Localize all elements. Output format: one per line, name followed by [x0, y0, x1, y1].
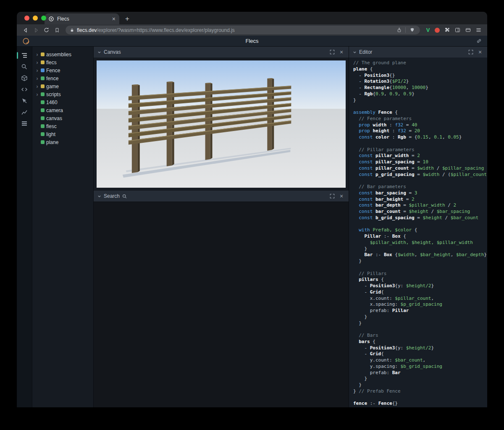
- editor-panel-title: Editor: [359, 49, 372, 55]
- code-line: const bar_depth = $pillar_width / 2: [353, 202, 487, 209]
- tree-item-flesc[interactable]: flesc: [32, 122, 93, 130]
- collapse-chevron-icon[interactable]: [97, 194, 101, 198]
- search-magnifier-icon: [122, 194, 127, 199]
- tree-item-light[interactable]: light: [32, 130, 93, 138]
- code-line: }: [353, 320, 487, 327]
- code-line: y.spacing: $b_grid_spacing: [353, 364, 487, 370]
- tree-item-canvas[interactable]: canvas: [32, 114, 93, 122]
- close-panel-icon[interactable]: ×: [477, 49, 483, 55]
- sidebar-toggle-icon[interactable]: [453, 25, 462, 35]
- expand-arrow-icon[interactable]: ›: [35, 92, 39, 97]
- code-line: [353, 103, 487, 110]
- code-line: const p_grid_spacing = $width / ($pillar…: [353, 172, 487, 178]
- tab-close-icon[interactable]: ×: [112, 16, 116, 22]
- code-editor[interactable]: // The ground planeplane { - Position3{}…: [349, 58, 487, 407]
- collapse-chevron-icon[interactable]: [97, 50, 101, 54]
- entities-tree-icon[interactable]: [21, 52, 28, 59]
- reload-button[interactable]: [42, 25, 51, 35]
- tab-title: Flecs: [57, 16, 109, 22]
- code-line: }: [353, 246, 487, 252]
- inspect-cursor-icon[interactable]: [21, 97, 28, 104]
- code-line: x.count: $pillar_count,: [353, 296, 487, 302]
- code-line: fence :- Fence{}: [353, 401, 487, 407]
- entity-label: camera: [46, 108, 63, 113]
- zoom-window-button[interactable]: [41, 16, 46, 21]
- entity-label: scripts: [46, 92, 61, 97]
- tree-item-scripts[interactable]: ›scripts: [32, 90, 93, 98]
- expand-arrow-icon[interactable]: ›: [35, 60, 39, 65]
- minimize-window-button[interactable]: [33, 16, 38, 21]
- chart-icon[interactable]: [21, 109, 28, 115]
- code-line: // Fence parameters: [353, 116, 487, 122]
- search-results-area[interactable]: [94, 202, 349, 407]
- vpn-extension-icon[interactable]: V: [424, 25, 432, 35]
- collapse-chevron-icon[interactable]: [353, 50, 357, 54]
- entity-color-square: [41, 84, 45, 88]
- new-tab-button[interactable]: +: [122, 13, 133, 24]
- extensions-puzzle-icon[interactable]: [442, 25, 452, 35]
- brave-shield-icon[interactable]: [408, 25, 416, 35]
- expand-arrow-icon[interactable]: ›: [35, 52, 39, 57]
- rows-icon[interactable]: [21, 120, 28, 127]
- code-line: // The ground plane: [353, 60, 487, 66]
- entity-label: assemblies: [46, 52, 71, 58]
- code-line: [353, 221, 487, 228]
- url-domain: flecs.dev: [77, 27, 97, 33]
- tree-item-game[interactable]: ›game: [32, 82, 93, 90]
- editor-panel: Editor × // The ground planeplane { - Po…: [349, 47, 487, 407]
- code-line: bars {: [353, 339, 487, 345]
- code-icon[interactable]: [21, 86, 28, 93]
- code-line: - Position3{y: $height/2}: [353, 283, 487, 289]
- search-panel-title: Search: [104, 193, 120, 199]
- browser-tab[interactable]: Flecs ×: [45, 13, 119, 24]
- back-button[interactable]: [21, 25, 30, 35]
- entity-color-square: [41, 92, 45, 96]
- tree-item-flecs[interactable]: ›flecs: [32, 58, 93, 66]
- code-line: $pillar_width, $height, $pillar_width: [353, 240, 487, 246]
- url-bar[interactable]: flecs.dev/explorer/?wasm=https://www.fle…: [66, 26, 420, 34]
- tree-item-plane[interactable]: plane: [32, 138, 93, 146]
- expand-panel-icon[interactable]: [467, 49, 474, 55]
- tree-item-assemblies[interactable]: ›assemblies: [32, 50, 93, 58]
- code-line: prefab: Bar: [353, 370, 487, 376]
- tree-item-Fence[interactable]: ›Fence: [32, 66, 93, 74]
- close-panel-icon[interactable]: ×: [338, 49, 345, 55]
- entity-color-square: [41, 132, 45, 136]
- code-line: }: [353, 97, 487, 104]
- search-panel-header: Search ×: [94, 191, 349, 202]
- tree-item-1460[interactable]: 1460: [32, 98, 93, 106]
- red-extension-icon[interactable]: [435, 28, 440, 33]
- code-line: Bar :- Box {$width, $bar_height, $bar_de…: [353, 252, 487, 258]
- nav-icon-bar: [17, 47, 32, 407]
- share-link-icon[interactable]: [476, 38, 482, 46]
- expand-arrow-icon[interactable]: ›: [35, 68, 39, 73]
- share-icon[interactable]: [395, 25, 403, 35]
- forward-button[interactable]: [31, 25, 41, 35]
- wallet-icon[interactable]: [463, 25, 473, 35]
- cube-icon[interactable]: [21, 75, 28, 81]
- code-line: plane {: [353, 66, 487, 73]
- code-line: prop height : f32 = 20: [353, 128, 487, 134]
- code-line: Pillar :- Box {: [353, 233, 487, 240]
- entity-label: flecs: [46, 60, 57, 66]
- tree-item-fence[interactable]: ›fence: [32, 74, 93, 82]
- entity-label: flesc: [46, 123, 57, 129]
- expand-arrow-icon[interactable]: ›: [35, 76, 39, 81]
- code-line: [353, 141, 487, 147]
- bookmark-icon[interactable]: [52, 25, 62, 35]
- close-panel-icon[interactable]: ×: [338, 193, 345, 199]
- code-line: [353, 178, 487, 184]
- app-header: Flecs: [17, 36, 487, 47]
- expand-arrow-icon[interactable]: ›: [35, 84, 39, 89]
- expand-panel-icon[interactable]: [329, 49, 336, 55]
- menu-icon[interactable]: [474, 25, 483, 35]
- expand-panel-icon[interactable]: [329, 193, 336, 199]
- code-line: - Rgb{0.9, 0.9, 0.9}: [353, 91, 487, 97]
- code-line: x.spacing: $p_grid_spacing: [353, 302, 487, 308]
- tree-item-camera[interactable]: camera: [32, 106, 93, 114]
- 3d-viewport[interactable]: [97, 60, 346, 188]
- close-window-button[interactable]: [24, 16, 29, 21]
- code-line: const bar_count = $height / $bar_spacing: [353, 209, 487, 215]
- entity-color-square: [41, 76, 45, 80]
- search-icon[interactable]: [21, 63, 28, 70]
